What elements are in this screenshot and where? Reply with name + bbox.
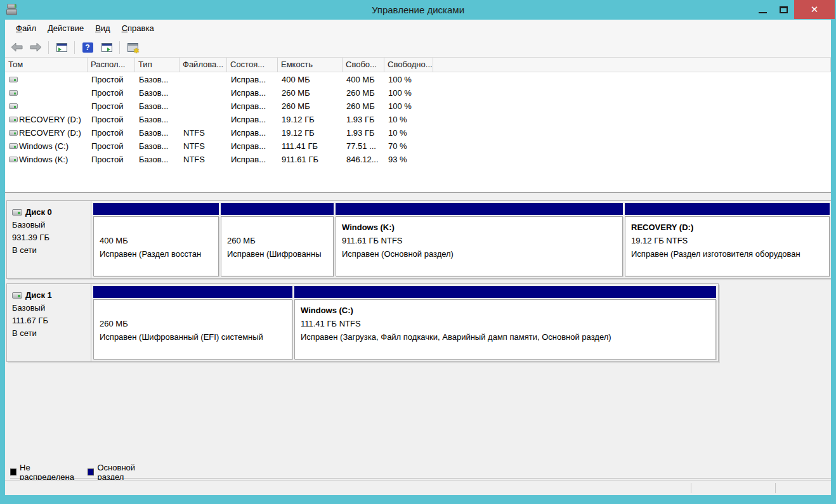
- col-capacity[interactable]: Емкость: [278, 58, 343, 72]
- disk-status: В сети: [12, 244, 88, 257]
- cell-free: 1.93 ГБ: [343, 112, 384, 126]
- menu-help[interactable]: Справка: [116, 20, 160, 37]
- cell-free-pct: 10 %: [384, 126, 433, 139]
- forward-icon[interactable]: [28, 40, 43, 55]
- disk-management-icon[interactable]: ✱: [125, 40, 140, 55]
- partition-windows-k[interactable]: Windows (K:) 911.61 ГБ NTFS Исправен (Ос…: [336, 203, 623, 276]
- table-row[interactable]: Простой Базов... Исправ... 260 МБ 260 МБ…: [5, 86, 831, 99]
- cell-layout: Простой: [88, 99, 135, 112]
- partition-windows-c[interactable]: Windows (C:) 111.41 ГБ NTFS Исправен (За…: [294, 286, 716, 359]
- partition-title: [227, 221, 333, 234]
- disk-row-1: Диск 1 Базовый 111.67 ГБ В сети 260 МБ И…: [6, 283, 719, 362]
- partition-size: 19.12 ГБ NTFS: [631, 234, 829, 247]
- partition-status: Исправен (Шифрованны: [227, 247, 333, 261]
- cell-status: Исправ...: [227, 126, 278, 139]
- minimize-button[interactable]: [752, 0, 773, 19]
- disk-capacity: 111.67 ГБ: [12, 314, 88, 327]
- col-filesystem[interactable]: Файлова...: [180, 58, 227, 72]
- menu-file[interactable]: Файл: [10, 20, 42, 37]
- cell-capacity: 19.12 ГБ: [278, 112, 343, 126]
- volume-icon: [9, 157, 18, 162]
- cell-free: 846.12...: [343, 152, 384, 165]
- help-icon[interactable]: ?: [80, 40, 95, 55]
- partition-status: Исправен (Загрузка, Файл подкачки, Авари…: [301, 330, 715, 344]
- partition-recovery-d[interactable]: RECOVERY (D:) 19.12 ГБ NTFS Исправен (Ра…: [625, 203, 830, 276]
- cell-layout: Простой: [88, 112, 135, 126]
- title-bar[interactable]: Управление дисками ✕: [0, 0, 836, 20]
- cell-filesystem: [180, 99, 227, 112]
- partition-color-bar: [93, 286, 292, 298]
- disk-kind: Базовый: [12, 302, 88, 314]
- disk-capacity: 931.39 ГБ: [12, 231, 88, 244]
- table-row[interactable]: Простой Базов... Исправ... 400 МБ 400 МБ…: [5, 72, 831, 86]
- maximize-button[interactable]: [773, 0, 794, 19]
- close-button[interactable]: ✕: [794, 0, 835, 19]
- back-icon[interactable]: [9, 40, 24, 55]
- partition-size: 911.61 ГБ NTFS: [342, 234, 622, 247]
- partition-size: 260 МБ: [227, 234, 333, 247]
- volume-name: Windows (K:): [19, 155, 68, 164]
- legend-primary-label: Основной раздел: [97, 463, 157, 481]
- table-row[interactable]: RECOVERY (D:) Простой Базов... Исправ...…: [5, 112, 831, 126]
- menu-view[interactable]: Вид: [89, 20, 116, 37]
- legend-primary-swatch: [88, 468, 94, 475]
- col-status[interactable]: Состоя...: [227, 58, 278, 72]
- cell-status: Исправ...: [227, 112, 278, 126]
- partition-title: Windows (C:): [301, 304, 715, 317]
- cell-type: Базов...: [135, 139, 180, 152]
- cell-free: 1.93 ГБ: [343, 126, 384, 139]
- action-pane-icon[interactable]: [99, 40, 114, 55]
- volume-table-header: Том Распол... Тип Файлова... Состоя... Е…: [5, 58, 831, 72]
- statusbar-separator: [775, 483, 776, 493]
- cell-capacity: 19.12 ГБ: [278, 126, 343, 139]
- cell-capacity: 260 МБ: [278, 99, 343, 112]
- legend-unallocated-label: Не распределена: [20, 463, 80, 481]
- cell-capacity: 260 МБ: [278, 86, 343, 99]
- console-window-icon[interactable]: [54, 40, 69, 55]
- cell-filesystem: NTFS: [180, 139, 227, 152]
- menu-bar: Файл Действие Вид Справка: [5, 20, 831, 37]
- volume-list-pane: Том Распол... Тип Файлова... Состоя... Е…: [5, 58, 831, 193]
- cell-filesystem: NTFS: [180, 126, 227, 139]
- table-row[interactable]: Windows (K:) Простой Базов... NTFS Испра…: [5, 152, 831, 165]
- col-free[interactable]: Свобо...: [343, 58, 384, 72]
- col-type[interactable]: Тип: [135, 58, 180, 72]
- cell-layout: Простой: [88, 86, 135, 99]
- menu-action[interactable]: Действие: [42, 20, 89, 37]
- cell-filesystem: [180, 86, 227, 99]
- partition-efi-260mb[interactable]: 260 МБ Исправен (Шифрованны: [221, 203, 334, 276]
- disk0-label[interactable]: Диск 0 Базовый 931.39 ГБ В сети: [7, 201, 91, 278]
- legend: Не распределена Основной раздел: [10, 466, 831, 479]
- disk-graph-pane: Диск 0 Базовый 931.39 ГБ В сети 400 МБ И…: [5, 198, 831, 480]
- partition-title: Windows (K:): [342, 221, 622, 234]
- pane-splitter[interactable]: [5, 193, 831, 198]
- partition-color-bar: [336, 203, 623, 215]
- volume-icon: [9, 143, 18, 149]
- col-layout[interactable]: Распол...: [88, 58, 135, 72]
- volume-name: Windows (C:): [19, 141, 69, 151]
- volume-name: RECOVERY (D:): [19, 115, 81, 124]
- col-free-pct[interactable]: Свободно...: [384, 58, 433, 72]
- disk-kind: Базовый: [12, 219, 88, 231]
- disk1-label[interactable]: Диск 1 Базовый 111.67 ГБ В сети: [7, 284, 91, 361]
- partition-color-bar: [93, 203, 219, 215]
- volume-icon: [9, 90, 18, 96]
- partition-color-bar: [294, 286, 716, 298]
- partition-efi-system[interactable]: 260 МБ Исправен (Шифрованный (EFI) систе…: [93, 286, 292, 359]
- table-row[interactable]: RECOVERY (D:) Простой Базов... NTFS Испр…: [5, 126, 831, 139]
- partition-status: Исправен (Шифрованный (EFI) системный: [100, 330, 292, 344]
- table-row[interactable]: Простой Базов... Исправ... 260 МБ 260 МБ…: [5, 99, 831, 112]
- window-title: Управление дисками: [0, 0, 836, 20]
- partition-title: RECOVERY (D:): [631, 221, 829, 234]
- cell-layout: Простой: [88, 126, 135, 139]
- disk-status: В сети: [12, 327, 88, 340]
- partition-title: [100, 304, 292, 317]
- col-volume[interactable]: Том: [5, 58, 88, 72]
- toolbar-separator: [48, 41, 49, 54]
- volume-icon: [9, 117, 18, 122]
- partition-size: 111.41 ГБ NTFS: [301, 317, 715, 330]
- partition-recovery-400mb[interactable]: 400 МБ Исправен (Раздел восстан: [93, 203, 219, 276]
- cell-filesystem: [180, 72, 227, 86]
- disk-management-window: Управление дисками ✕ Файл Действие Вид С…: [0, 0, 836, 504]
- table-row[interactable]: Windows (C:) Простой Базов... NTFS Испра…: [5, 139, 831, 152]
